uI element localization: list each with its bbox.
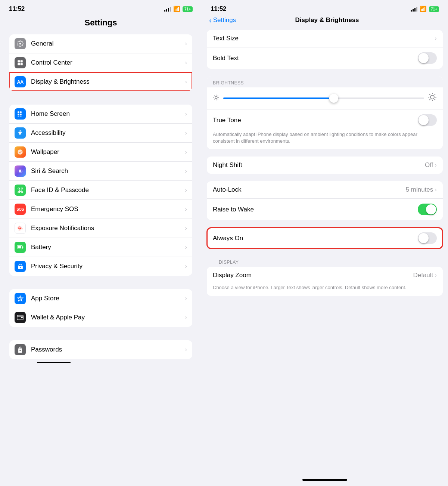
svg-point-37 [430, 95, 434, 99]
night-shift-label: Night Shift [213, 161, 425, 169]
passwords-chevron: › [185, 346, 187, 353]
appstore-chevron: › [185, 295, 187, 302]
settings-item-battery[interactable]: Battery › [9, 238, 192, 257]
svg-rect-24 [18, 246, 21, 248]
right-wifi-icon: 📶 [420, 6, 427, 12]
brightness-track[interactable] [223, 97, 424, 99]
sun-small-icon [213, 94, 220, 103]
back-chevron-icon: ‹ [209, 16, 212, 24]
svg-rect-9 [20, 116, 22, 117]
settings-item-emergency-sos[interactable]: SOS Emergency SOS › [9, 200, 192, 219]
settings-item-display-brightness[interactable]: AA Display & Brightness › [9, 72, 192, 91]
settings-item-home-screen[interactable]: Home Screen › [9, 105, 192, 124]
home-indicator [302, 479, 347, 481]
control-center-icon [15, 57, 26, 68]
svg-line-43 [435, 99, 435, 100]
left-panel: 11:52 📶 71+ Settings General › [0, 0, 202, 486]
settings-item-privacy[interactable]: Privacy & Security › [9, 257, 192, 276]
battery-icon [15, 242, 26, 253]
left-status-bar: 11:52 📶 71+ [0, 0, 202, 16]
bold-text-toggle-thumb [419, 53, 429, 63]
raise-to-wake-item[interactable]: Raise to Wake [207, 199, 443, 220]
settings-item-siri[interactable]: Siri & Search › [9, 162, 192, 181]
right-page-title: Display & Brightness [295, 16, 382, 24]
brightness-slider-row[interactable] [207, 87, 443, 109]
settings-item-wallpaper[interactable]: Wallpaper › [9, 143, 192, 162]
brightness-card: BRIGHTNESS True Tone [207, 76, 443, 149]
auto-lock-chevron: › [435, 186, 437, 194]
auto-lock-item[interactable]: Auto-Lock 5 minutes › [207, 181, 443, 199]
svg-rect-23 [22, 247, 23, 248]
svg-rect-2 [18, 63, 20, 65]
control-center-chevron: › [185, 59, 187, 66]
wallet-chevron: › [185, 314, 187, 321]
passwords-icon [15, 344, 26, 355]
true-tone-label: True Tone [213, 117, 418, 124]
settings-item-general[interactable]: General › [9, 34, 192, 53]
settings-section4-list: Passwords › [9, 340, 192, 359]
emergency-sos-chevron: › [185, 205, 187, 213]
settings-item-accessibility[interactable]: Accessibility › [9, 124, 192, 143]
wallpaper-label: Wallpaper [31, 148, 185, 156]
true-tone-item[interactable]: True Tone [207, 109, 443, 131]
home-screen-label: Home Screen [31, 110, 185, 118]
bold-text-item[interactable]: Bold Text [207, 47, 443, 69]
always-on-toggle[interactable] [418, 232, 437, 244]
settings-item-passwords[interactable]: Passwords › [9, 340, 192, 359]
raise-to-wake-toggle[interactable] [418, 204, 437, 215]
home-screen-chevron: › [185, 110, 187, 118]
lock-card: Auto-Lock 5 minutes › Raise to Wake [207, 181, 443, 220]
accessibility-icon [15, 127, 26, 139]
back-button[interactable]: ‹ Settings [209, 16, 236, 24]
bold-text-toggle[interactable] [418, 52, 437, 64]
svg-point-16 [21, 190, 21, 190]
right-nav-bar: ‹ Settings Display & Brightness [202, 16, 448, 30]
wifi-icon: 📶 [173, 6, 180, 12]
settings-item-face-id[interactable]: Face ID & Passcode › [9, 181, 192, 200]
svg-point-11 [19, 170, 22, 173]
display-zoom-description: Choose a view for iPhone. Larger Text sh… [213, 284, 437, 291]
night-shift-item[interactable]: Night Shift Off › [207, 157, 443, 174]
wallpaper-chevron: › [185, 148, 187, 156]
auto-lock-value: 5 minutes [406, 186, 433, 194]
display-zoom-item[interactable]: Display Zoom Default › [207, 267, 443, 284]
right-battery-indicator: 71+ [429, 6, 439, 12]
svg-rect-5 [20, 111, 22, 113]
right-signal-icon [411, 7, 417, 12]
accessibility-label: Accessibility [31, 129, 185, 137]
svg-point-10 [20, 130, 21, 131]
face-id-label: Face ID & Passcode [31, 186, 185, 194]
left-title-bar: Settings [0, 16, 202, 34]
night-shift-value: Off [425, 161, 433, 169]
exposure-icon [15, 223, 26, 234]
svg-line-33 [214, 95, 215, 96]
emergency-sos-icon: SOS [15, 204, 26, 215]
svg-line-34 [218, 99, 218, 99]
svg-line-36 [214, 99, 215, 99]
text-size-item[interactable]: Text Size › [207, 30, 443, 47]
brightness-thumb[interactable] [329, 94, 338, 103]
always-on-item[interactable]: Always On [207, 227, 443, 249]
svg-rect-26 [21, 317, 23, 318]
true-tone-toggle[interactable] [418, 114, 437, 126]
true-tone-description: Automatically adapt iPhone display based… [213, 131, 437, 145]
true-tone-toggle-thumb [419, 115, 429, 125]
right-time: 11:52 [211, 5, 226, 13]
svg-line-44 [435, 94, 435, 95]
auto-lock-label: Auto-Lock [213, 186, 406, 194]
settings-item-control-center[interactable]: Control Center › [9, 53, 192, 72]
settings-item-exposure[interactable]: Exposure Notifications › [9, 219, 192, 238]
settings-item-appstore[interactable]: App Store › [9, 289, 192, 308]
privacy-chevron: › [185, 263, 187, 270]
svg-rect-0 [18, 60, 20, 62]
settings-item-wallet[interactable]: Wallet & Apple Pay › [9, 308, 192, 327]
siri-icon [15, 165, 26, 177]
exposure-label: Exposure Notifications [31, 225, 185, 232]
svg-point-15 [19, 190, 19, 190]
right-status-icons: 📶 71+ [411, 6, 439, 12]
svg-rect-4 [18, 111, 19, 113]
control-center-label: Control Center [31, 59, 185, 66]
svg-rect-7 [20, 114, 22, 115]
svg-rect-6 [18, 114, 19, 115]
wallet-icon [15, 312, 26, 323]
